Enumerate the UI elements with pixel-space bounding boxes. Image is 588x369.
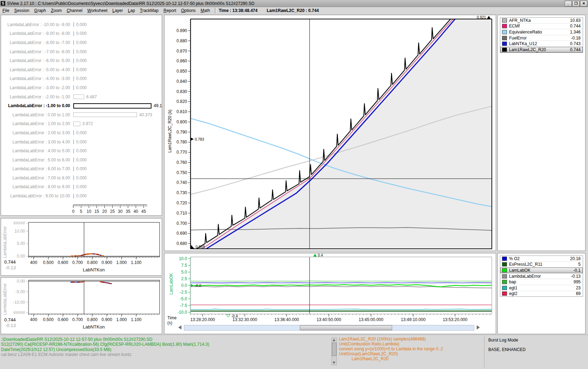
channel-row[interactable]: egt269 <box>500 291 583 297</box>
menu-report[interactable]: Report <box>161 8 179 13</box>
histogram-row[interactable]: LambdaLabError : 4.00 to 5.000.000 <box>1 146 162 155</box>
histogram-row[interactable]: LambdaLabError : 7.00 to 8.000.000 <box>1 173 162 183</box>
menu-math[interactable]: Math <box>198 8 212 13</box>
menu-graph[interactable]: Graph <box>32 8 48 13</box>
svg-text:0.600: 0.600 <box>58 260 68 265</box>
svg-text:0.700: 0.700 <box>72 317 83 322</box>
close-button[interactable]: ✕ <box>580 1 587 7</box>
footer-info-line: cal benz LZA09-E1 ECM Autronic master ch… <box>1 352 209 357</box>
scroll-down-icon[interactable] <box>333 362 335 364</box>
menu-layer[interactable]: Layer <box>110 8 125 13</box>
histogram-row[interactable]: LambdaLabError : -2.00 to -1.006.487 <box>1 92 162 102</box>
histogram-bin-value: 0.000 <box>76 130 87 135</box>
main-chart-ylabel: Lam1RawL2C_R20 (λ) <box>167 110 172 153</box>
channel-row[interactable]: LabNTKa_U120.743 <box>500 41 583 47</box>
svg-text:0.800: 0.800 <box>177 119 187 124</box>
histogram-row[interactable]: LambdaLabError : -10.00 to -9.000.000 <box>1 20 162 29</box>
channel-row[interactable]: ExPressL2C_R115 <box>500 262 583 268</box>
svg-text:0.700: 0.700 <box>177 221 187 226</box>
channel-unit-info: Lam1RawL2C_R20 (100Hz) samples(486468)Un… <box>339 337 443 361</box>
channel-info-scrollbar[interactable] <box>332 338 337 365</box>
channel-row[interactable]: AFR_NTKa10.83 <box>500 18 583 24</box>
histogram-row[interactable]: LambdaLabError : -8.00 to -7.000.000 <box>1 38 162 47</box>
channel-row[interactable]: Lam1RawL2C_R200.744 <box>500 47 583 53</box>
channel-value: 0.743 <box>570 41 583 46</box>
histogram-row[interactable]: LambdaLabError : -4.00 to -3.000.000 <box>1 74 162 84</box>
channel-row[interactable]: FuelError-0.18 <box>500 35 583 41</box>
menu-options[interactable]: Options <box>179 8 198 13</box>
maximize-button[interactable]: ❐ <box>572 1 580 7</box>
window-title: SView 2.17.10 : C:\Users\Public\Document… <box>7 1 254 6</box>
histogram-bar-zone: 0.000 <box>73 31 162 36</box>
histogram-row[interactable]: LambdaLabError : 3.00 to 4.000.000 <box>1 137 162 147</box>
svg-text:0.690: 0.690 <box>177 231 187 236</box>
channel-value: -0.18 <box>571 36 583 41</box>
scatter-plot-top[interactable]: #####10.005.000.004000.5000.6000.7000.80… <box>1 219 162 275</box>
menu-zoom[interactable]: Zoom <box>48 8 64 13</box>
histogram-bin-value: 49.168 <box>154 103 162 108</box>
channel-value: 5 <box>578 262 583 267</box>
histogram-row[interactable]: LambdaLabError : 6.00 to 7.000.000 <box>1 165 162 174</box>
scatter-plot-bottom[interactable]: 0.00-5.00-10.00#####4000.5000.6000.7000.… <box>1 278 162 334</box>
main-chart[interactable]: 0.8900.8800.8700.8600.8500.8400.8300.820… <box>165 15 496 251</box>
channel-row[interactable]: LamLabOK-0.1 <box>500 267 583 273</box>
histogram-bin-value: 0.000 <box>76 166 87 171</box>
histogram-row[interactable]: LambdaLabError : 8.00 to 9.000.000 <box>1 183 162 192</box>
svg-text:0.900: 0.900 <box>101 260 112 265</box>
channel-color-swatch <box>502 30 507 34</box>
menu-separator <box>215 8 216 13</box>
svg-text:25: 25 <box>110 209 115 214</box>
scatter-bottom-cursor-y-value: -0.13 <box>5 323 16 328</box>
channel-row[interactable]: bap995 <box>500 279 583 285</box>
histogram-bar-zone: 0.000 <box>73 175 162 180</box>
strip-chart[interactable]: 10.07.55.02.50.0-2.5-5.0-7.5-10.013:28:2… <box>165 253 496 324</box>
channel-unit-line: UnitGroup(Lam1RawL2C_R20) <box>339 351 443 356</box>
histogram-zero-tick <box>73 130 74 135</box>
histogram-row[interactable]: LambdaLabError : 9.00 to 10.000.000 <box>1 191 162 201</box>
svg-text:-0.4: -0.4 <box>231 314 238 318</box>
histogram-row[interactable]: LambdaLabError : 5.00 to 6.000.000 <box>1 155 162 165</box>
menu-trackmap[interactable]: TrackMap <box>137 8 161 13</box>
histogram-bin-label: LambdaLabError : 3.00 to 4.00 <box>1 140 73 144</box>
time-scrollbar[interactable] <box>178 325 480 330</box>
menu-session[interactable]: Session <box>12 8 32 13</box>
histogram-row[interactable]: LambdaLabError : -6.00 to -5.000.000 <box>1 56 162 65</box>
channel-row[interactable]: egt123 <box>500 285 583 291</box>
histogram-row[interactable]: LambdaLabError : -3.00 to -2.000.000 <box>1 83 162 92</box>
channel-name: ECMf <box>509 24 570 29</box>
histogram-row[interactable]: LambdaLabError : -9.00 to -8.000.000 <box>1 29 162 38</box>
svg-text:400: 400 <box>30 260 37 265</box>
channel-info-scroll-thumb[interactable] <box>332 343 336 356</box>
histogram-row[interactable]: LambdaLabError : 0.00 to 1.0040.373 <box>1 110 162 119</box>
svg-text:0.750: 0.750 <box>177 170 187 175</box>
channel-row[interactable]: EquivalenceRatio1.346 <box>500 29 583 35</box>
svg-text:0.900: 0.900 <box>101 317 112 322</box>
svg-text:0.600: 0.600 <box>58 317 68 322</box>
menu-file[interactable]: File <box>0 8 12 13</box>
scroll-left-icon[interactable] <box>178 325 181 330</box>
histogram-row[interactable]: LambdaLabError : -1.00 to 0.0049.168 <box>1 101 162 110</box>
histogram-row[interactable]: LambdaLabError : -7.00 to -6.000.000 <box>1 47 162 56</box>
channel-name: ExPressL2C_R11 <box>509 262 578 267</box>
scrollbar-thumb[interactable] <box>300 325 392 330</box>
minimize-button[interactable]: _ <box>565 1 572 7</box>
channel-row[interactable]: ECMf0.744 <box>500 24 583 30</box>
menu-channel[interactable]: Channel <box>64 8 85 13</box>
scroll-right-icon[interactable] <box>477 325 480 330</box>
svg-text:10: 10 <box>87 209 92 214</box>
channel-row[interactable]: LambdaLabError-0.13 <box>500 273 583 279</box>
histogram-row[interactable]: LambdaLabError : 2.00 to 3.000.000 <box>1 128 162 137</box>
channel-value: 10.83 <box>570 18 583 23</box>
histogram-rows: LambdaLabError : -10.00 to -9.000.000Lam… <box>1 20 162 201</box>
histogram-row[interactable]: LambdaLabError : 1.00 to 2.003.972 <box>1 119 162 129</box>
svg-text:0.0: 0.0 <box>181 283 187 288</box>
svg-text:13:49:10.000: 13:49:10.000 <box>401 317 426 322</box>
channel-row[interactable]: % O220.18 <box>500 256 583 262</box>
svg-text:13:45:00.000: 13:45:00.000 <box>359 317 383 322</box>
histogram-bar-zone: 0.000 <box>73 40 162 45</box>
menu-worksheet[interactable]: Worksheet <box>85 8 110 13</box>
histogram-row[interactable]: LambdaLabError : -5.00 to -4.000.000 <box>1 65 162 74</box>
scroll-up-icon[interactable] <box>333 339 335 341</box>
scrollbar-track[interactable] <box>184 325 474 331</box>
menu-lap[interactable]: Lap <box>125 8 137 13</box>
